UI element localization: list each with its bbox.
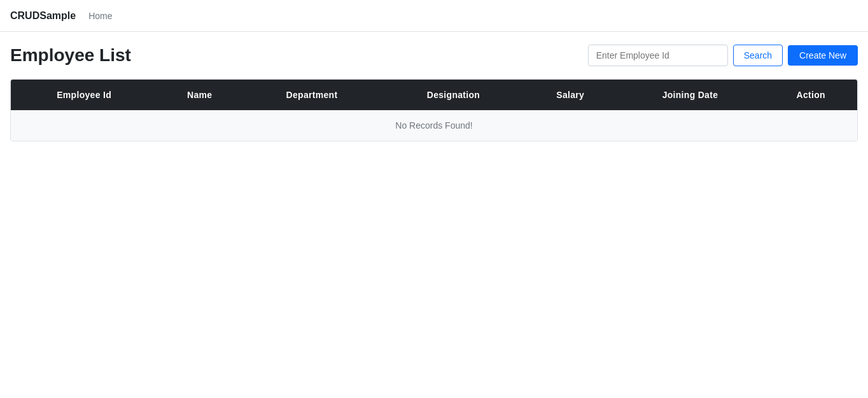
header-controls: Search Create New bbox=[588, 45, 858, 66]
navbar-home-link[interactable]: Home bbox=[88, 11, 112, 21]
search-button[interactable]: Search bbox=[733, 45, 783, 66]
table-col-joining_date: Joining Date bbox=[615, 80, 764, 110]
page-header: Employee List Search Create New bbox=[10, 45, 858, 66]
table-col-salary: Salary bbox=[525, 80, 615, 110]
employee-table-wrapper: Employee IdNameDepartmentDesignationSala… bbox=[10, 79, 858, 141]
table-col-department: Department bbox=[242, 80, 382, 110]
page-title: Employee List bbox=[10, 45, 131, 66]
employee-table: Employee IdNameDepartmentDesignationSala… bbox=[11, 80, 857, 141]
navbar: CRUDSample Home bbox=[0, 0, 868, 32]
navbar-brand[interactable]: CRUDSample bbox=[10, 10, 76, 22]
main-content: Employee List Search Create New Employee… bbox=[0, 32, 868, 154]
table-col-designation: Designation bbox=[382, 80, 525, 110]
table-row-empty: No Records Found! bbox=[11, 110, 857, 141]
search-input[interactable] bbox=[588, 45, 728, 66]
table-col-employee_id: Employee Id bbox=[11, 80, 157, 110]
table-header-row: Employee IdNameDepartmentDesignationSala… bbox=[11, 80, 857, 110]
table-col-name: Name bbox=[157, 80, 242, 110]
table-body: No Records Found! bbox=[11, 110, 857, 141]
table-col-action: Action bbox=[764, 80, 857, 110]
no-records-message: No Records Found! bbox=[11, 110, 857, 141]
table-header: Employee IdNameDepartmentDesignationSala… bbox=[11, 80, 857, 110]
create-new-button[interactable]: Create New bbox=[788, 45, 858, 66]
